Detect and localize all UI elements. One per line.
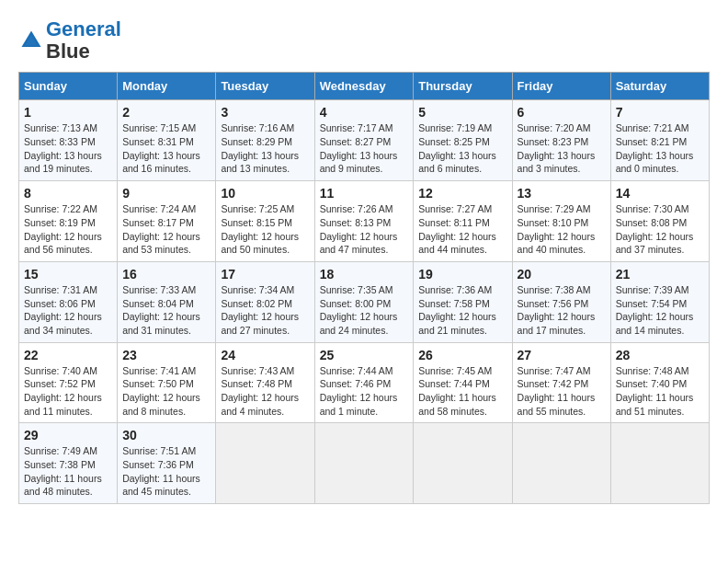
day-info: Sunrise: 7:21 AM Sunset: 8:21 PM Dayligh… [616, 121, 704, 176]
calendar-week-4: 22 Sunrise: 7:40 AM Sunset: 7:52 PM Dayl… [19, 342, 710, 423]
calendar-week-1: 1 Sunrise: 7:13 AM Sunset: 8:33 PM Dayli… [19, 100, 710, 181]
day-number: 18 [320, 267, 409, 282]
day-cell-2: 2 Sunrise: 7:15 AM Sunset: 8:31 PM Dayli… [118, 100, 216, 181]
day-info: Sunrise: 7:48 AM Sunset: 7:40 PM Dayligh… [616, 364, 704, 419]
day-number: 30 [122, 428, 210, 442]
day-cell-21: 21 Sunrise: 7:39 AM Sunset: 7:54 PM Dayl… [610, 261, 709, 342]
day-cell-4: 4 Sunrise: 7:17 AM Sunset: 8:27 PM Dayli… [314, 100, 414, 181]
empty-cell [314, 423, 414, 504]
day-number: 10 [221, 186, 309, 201]
day-cell-29: 29 Sunrise: 7:49 AM Sunset: 7:38 PM Dayl… [19, 423, 118, 504]
empty-cell [216, 423, 314, 504]
calendar-week-5: 29 Sunrise: 7:49 AM Sunset: 7:38 PM Dayl… [19, 423, 710, 504]
day-cell-19: 19 Sunrise: 7:36 AM Sunset: 7:58 PM Dayl… [414, 261, 512, 342]
day-number: 2 [122, 105, 210, 120]
day-info: Sunrise: 7:43 AM Sunset: 7:48 PM Dayligh… [221, 364, 309, 419]
day-cell-9: 9 Sunrise: 7:24 AM Sunset: 8:17 PM Dayli… [118, 181, 216, 262]
day-number: 23 [122, 348, 210, 362]
day-cell-7: 7 Sunrise: 7:21 AM Sunset: 8:21 PM Dayli… [610, 100, 709, 181]
day-number: 19 [418, 267, 506, 282]
day-info: Sunrise: 7:13 AM Sunset: 8:33 PM Dayligh… [24, 121, 112, 176]
day-number: 29 [24, 428, 112, 442]
day-info: Sunrise: 7:15 AM Sunset: 8:31 PM Dayligh… [122, 121, 210, 176]
weekday-header-tuesday: Tuesday [216, 73, 314, 100]
day-cell-8: 8 Sunrise: 7:22 AM Sunset: 8:19 PM Dayli… [19, 181, 118, 262]
weekday-header-sunday: Sunday [19, 73, 118, 100]
empty-cell [512, 423, 610, 504]
day-number: 25 [320, 348, 409, 362]
day-info: Sunrise: 7:20 AM Sunset: 8:23 PM Dayligh… [518, 121, 606, 176]
day-cell-16: 16 Sunrise: 7:33 AM Sunset: 8:04 PM Dayl… [118, 261, 216, 342]
day-info: Sunrise: 7:36 AM Sunset: 7:58 PM Dayligh… [418, 283, 506, 338]
day-cell-12: 12 Sunrise: 7:27 AM Sunset: 8:11 PM Dayl… [414, 181, 512, 262]
day-cell-17: 17 Sunrise: 7:34 AM Sunset: 8:02 PM Dayl… [216, 261, 314, 342]
day-number: 21 [616, 267, 704, 282]
day-number: 1 [24, 105, 112, 120]
day-info: Sunrise: 7:40 AM Sunset: 7:52 PM Dayligh… [24, 364, 112, 419]
day-info: Sunrise: 7:27 AM Sunset: 8:11 PM Dayligh… [418, 202, 506, 257]
day-cell-11: 11 Sunrise: 7:26 AM Sunset: 8:13 PM Dayl… [314, 181, 414, 262]
weekday-header-friday: Friday [512, 73, 610, 100]
day-cell-14: 14 Sunrise: 7:30 AM Sunset: 8:08 PM Dayl… [610, 181, 709, 262]
day-cell-24: 24 Sunrise: 7:43 AM Sunset: 7:48 PM Dayl… [216, 342, 314, 423]
calendar-week-3: 15 Sunrise: 7:31 AM Sunset: 8:06 PM Dayl… [19, 261, 710, 342]
day-cell-30: 30 Sunrise: 7:51 AM Sunset: 7:36 PM Dayl… [118, 423, 216, 504]
day-number: 5 [418, 105, 506, 120]
day-number: 20 [518, 267, 606, 282]
day-cell-10: 10 Sunrise: 7:25 AM Sunset: 8:15 PM Dayl… [216, 181, 314, 262]
day-info: Sunrise: 7:24 AM Sunset: 8:17 PM Dayligh… [122, 202, 210, 257]
day-cell-22: 22 Sunrise: 7:40 AM Sunset: 7:52 PM Dayl… [19, 342, 118, 423]
weekday-header-thursday: Thursday [414, 73, 512, 100]
day-number: 9 [122, 186, 210, 201]
day-info: Sunrise: 7:22 AM Sunset: 8:19 PM Dayligh… [24, 202, 112, 257]
day-info: Sunrise: 7:34 AM Sunset: 8:02 PM Dayligh… [221, 283, 309, 338]
day-number: 16 [122, 267, 210, 282]
day-info: Sunrise: 7:38 AM Sunset: 7:56 PM Dayligh… [518, 283, 606, 338]
day-cell-18: 18 Sunrise: 7:35 AM Sunset: 8:00 PM Dayl… [314, 261, 414, 342]
day-number: 14 [616, 186, 704, 201]
day-info: Sunrise: 7:30 AM Sunset: 8:08 PM Dayligh… [616, 202, 704, 257]
day-number: 6 [518, 105, 606, 120]
day-number: 11 [320, 186, 409, 201]
logo: GeneralBlue [18, 18, 121, 63]
day-info: Sunrise: 7:51 AM Sunset: 7:36 PM Dayligh… [122, 444, 210, 499]
weekday-header-saturday: Saturday [610, 73, 709, 100]
day-info: Sunrise: 7:16 AM Sunset: 8:29 PM Dayligh… [221, 121, 309, 176]
weekday-header-wednesday: Wednesday [314, 73, 414, 100]
logo-icon [18, 28, 44, 53]
day-number: 27 [518, 348, 606, 362]
day-info: Sunrise: 7:25 AM Sunset: 8:15 PM Dayligh… [221, 202, 309, 257]
day-number: 7 [616, 105, 704, 120]
empty-cell [414, 423, 512, 504]
day-info: Sunrise: 7:29 AM Sunset: 8:10 PM Dayligh… [518, 202, 606, 257]
day-cell-20: 20 Sunrise: 7:38 AM Sunset: 7:56 PM Dayl… [512, 261, 610, 342]
day-info: Sunrise: 7:45 AM Sunset: 7:44 PM Dayligh… [418, 364, 506, 419]
day-info: Sunrise: 7:41 AM Sunset: 7:50 PM Dayligh… [122, 364, 210, 419]
day-number: 17 [221, 267, 309, 282]
logo-text: GeneralBlue [46, 18, 121, 63]
day-number: 8 [24, 186, 112, 201]
day-info: Sunrise: 7:31 AM Sunset: 8:06 PM Dayligh… [24, 283, 112, 338]
empty-cell [610, 423, 709, 504]
page-header: GeneralBlue [18, 18, 710, 63]
weekday-header-monday: Monday [118, 73, 216, 100]
day-cell-6: 6 Sunrise: 7:20 AM Sunset: 8:23 PM Dayli… [512, 100, 610, 181]
day-cell-13: 13 Sunrise: 7:29 AM Sunset: 8:10 PM Dayl… [512, 181, 610, 262]
day-cell-27: 27 Sunrise: 7:47 AM Sunset: 7:42 PM Dayl… [512, 342, 610, 423]
day-info: Sunrise: 7:39 AM Sunset: 7:54 PM Dayligh… [616, 283, 704, 338]
day-info: Sunrise: 7:17 AM Sunset: 8:27 PM Dayligh… [320, 121, 409, 176]
day-number: 28 [616, 348, 704, 362]
day-number: 12 [418, 186, 506, 201]
day-info: Sunrise: 7:49 AM Sunset: 7:38 PM Dayligh… [24, 444, 112, 499]
day-number: 13 [518, 186, 606, 201]
day-cell-15: 15 Sunrise: 7:31 AM Sunset: 8:06 PM Dayl… [19, 261, 118, 342]
day-info: Sunrise: 7:26 AM Sunset: 8:13 PM Dayligh… [320, 202, 409, 257]
calendar-week-2: 8 Sunrise: 7:22 AM Sunset: 8:19 PM Dayli… [19, 181, 710, 262]
day-cell-1: 1 Sunrise: 7:13 AM Sunset: 8:33 PM Dayli… [19, 100, 118, 181]
day-number: 15 [24, 267, 112, 282]
day-number: 22 [24, 348, 112, 362]
calendar-body: 1 Sunrise: 7:13 AM Sunset: 8:33 PM Dayli… [19, 100, 710, 504]
day-cell-25: 25 Sunrise: 7:44 AM Sunset: 7:46 PM Dayl… [314, 342, 414, 423]
day-cell-5: 5 Sunrise: 7:19 AM Sunset: 8:25 PM Dayli… [414, 100, 512, 181]
day-cell-28: 28 Sunrise: 7:48 AM Sunset: 7:40 PM Dayl… [610, 342, 709, 423]
